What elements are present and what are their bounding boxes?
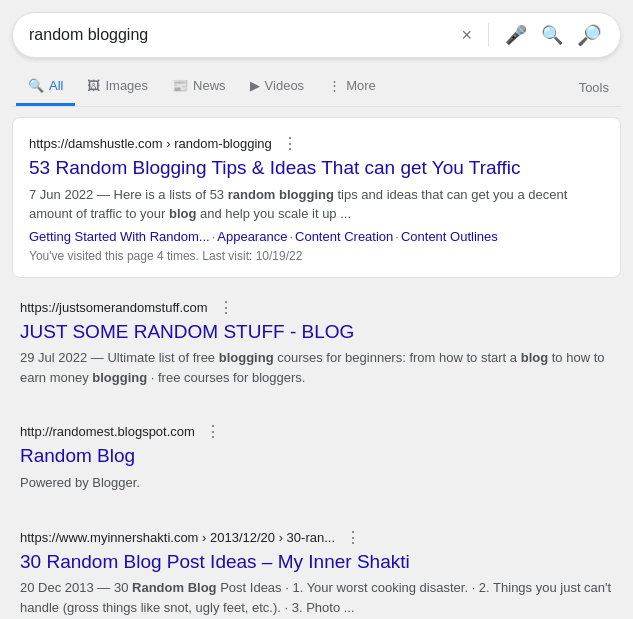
tab-all[interactable]: 🔍 All <box>16 68 75 106</box>
result-options-button[interactable]: ⋮ <box>205 422 221 441</box>
link-separator: · <box>395 229 399 244</box>
result-title[interactable]: JUST SOME RANDOM STUFF - BLOG <box>20 320 613 345</box>
search-bar-icons: × 🎤 🔍 🔎 <box>459 21 604 49</box>
result-item-0: https://damshustle.com › random-blogging… <box>12 117 621 278</box>
result-url-row: https://damshustle.com › random-blogging… <box>29 134 604 153</box>
tab-all-label: All <box>49 78 63 93</box>
result-link-2[interactable]: Content Creation <box>295 229 393 244</box>
mic-button[interactable]: 🎤 <box>503 22 529 48</box>
result-item-1: https://justsomerandomstuff.com⋮JUST SOM… <box>12 286 621 405</box>
clear-button[interactable]: × <box>459 23 474 48</box>
result-item-2: http://randomest.blogspot.com⋮Random Blo… <box>12 410 621 509</box>
result-item-3: https://www.myinnershakti.com › 2013/12/… <box>12 516 621 619</box>
divider <box>488 23 489 47</box>
tools-button[interactable]: Tools <box>571 70 617 105</box>
result-options-button[interactable]: ⋮ <box>282 134 298 153</box>
images-icon: 🖼 <box>87 78 100 93</box>
result-snippet: 29 Jul 2022 — Ultimate list of free blog… <box>20 348 613 387</box>
all-icon: 🔍 <box>28 78 44 93</box>
tab-videos-label: Videos <box>265 78 305 93</box>
results-container: https://damshustle.com › random-blogging… <box>12 117 621 619</box>
visited-note: You've visited this page 4 times. Last v… <box>29 249 604 263</box>
search-bar: × 🎤 🔍 🔎 <box>12 12 621 58</box>
news-icon: 📰 <box>172 78 188 93</box>
tab-news-label: News <box>193 78 226 93</box>
link-separator: · <box>212 229 216 244</box>
tab-news[interactable]: 📰 News <box>160 68 238 106</box>
more-icon: ⋮ <box>328 78 341 93</box>
tab-images-label: Images <box>105 78 148 93</box>
result-title[interactable]: Random Blog <box>20 444 613 469</box>
search-input[interactable] <box>29 26 459 44</box>
result-link-3[interactable]: Content Outlines <box>401 229 498 244</box>
result-snippet: Powered by Blogger. <box>20 473 613 493</box>
result-options-button[interactable]: ⋮ <box>345 528 361 547</box>
link-separator: · <box>289 229 293 244</box>
result-links: Getting Started With Random... · Appeara… <box>29 229 604 244</box>
result-url: https://damshustle.com › random-blogging <box>29 136 272 151</box>
tabs-row: 🔍 All 🖼 Images 📰 News ▶ Videos ⋮ More To… <box>12 68 621 107</box>
tab-videos[interactable]: ▶ Videos <box>238 68 317 106</box>
result-url-row: https://justsomerandomstuff.com⋮ <box>20 298 613 317</box>
result-snippet: 7 Jun 2022 — Here is a lists of 53 rando… <box>29 185 604 224</box>
search-button[interactable]: 🔎 <box>575 21 604 49</box>
result-url-row: http://randomest.blogspot.com⋮ <box>20 422 613 441</box>
result-link-0[interactable]: Getting Started With Random... <box>29 229 210 244</box>
tab-more-label: More <box>346 78 376 93</box>
result-url: http://randomest.blogspot.com <box>20 424 195 439</box>
tab-more[interactable]: ⋮ More <box>316 68 388 106</box>
result-title[interactable]: 53 Random Blogging Tips & Ideas That can… <box>29 156 604 181</box>
lens-button[interactable]: 🔍 <box>539 22 565 48</box>
videos-icon: ▶ <box>250 78 260 93</box>
tab-images[interactable]: 🖼 Images <box>75 68 160 106</box>
result-link-1[interactable]: Appearance <box>217 229 287 244</box>
result-url: https://justsomerandomstuff.com <box>20 300 208 315</box>
result-title[interactable]: 30 Random Blog Post Ideas – My Inner Sha… <box>20 550 613 575</box>
result-options-button[interactable]: ⋮ <box>218 298 234 317</box>
result-snippet: 20 Dec 2013 — 30 Random Blog Post Ideas … <box>20 578 613 617</box>
result-url-row: https://www.myinnershakti.com › 2013/12/… <box>20 528 613 547</box>
result-url: https://www.myinnershakti.com › 2013/12/… <box>20 530 335 545</box>
